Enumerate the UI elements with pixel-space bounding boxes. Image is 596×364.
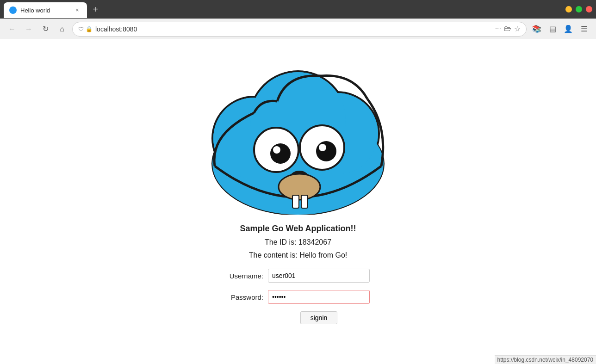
browser-chrome: Hello world × + ← → ↻ ⌂ 🛡 🔒 localhos	[0, 0, 596, 39]
page-content: Sample Go Web Application!! The ID is: 1…	[0, 39, 596, 364]
username-input[interactable]	[268, 269, 370, 283]
title-bar: Hello world × +	[0, 0, 596, 19]
close-button[interactable]	[586, 6, 592, 12]
password-row: Password:	[226, 290, 370, 304]
more-icon: ···	[495, 25, 501, 33]
tab-close-button[interactable]: ×	[73, 6, 81, 14]
window-controls	[565, 6, 592, 12]
address-text: localhost:8080	[95, 25, 492, 33]
username-label: Username:	[226, 272, 263, 280]
svg-point-16	[279, 174, 320, 200]
gopher-svg	[201, 48, 395, 215]
sidebar-icon: ▤	[549, 25, 556, 33]
password-input[interactable]	[268, 290, 370, 304]
minimize-button[interactable]	[565, 6, 572, 12]
sidebar-button[interactable]: ▤	[546, 23, 559, 36]
back-button[interactable]: ←	[6, 23, 19, 36]
forward-button[interactable]: →	[22, 23, 35, 36]
svg-point-12	[316, 141, 336, 161]
status-bar: https://blog.csdn.net/weix/in_48092070	[495, 355, 596, 364]
star-icon: ☆	[514, 25, 521, 33]
username-row: Username:	[226, 269, 370, 283]
address-bar-security: 🛡 🔒	[78, 26, 93, 32]
address-bar[interactable]: 🛡 🔒 localhost:8080 ··· 🗁 ☆	[72, 22, 527, 37]
tab-title: Hello world	[20, 7, 69, 14]
forward-icon: →	[25, 25, 32, 33]
browser-tab[interactable]: Hello world ×	[4, 2, 87, 18]
nav-right-icons: 📚 ▤ 👤 ☰	[530, 23, 590, 36]
account-icon: 👤	[564, 25, 573, 33]
svg-point-10	[270, 143, 291, 164]
password-label: Password:	[226, 293, 263, 301]
svg-rect-18	[301, 195, 308, 208]
svg-rect-17	[292, 195, 299, 208]
library-button[interactable]: 📚	[530, 23, 543, 36]
shield-icon: 🛡	[78, 26, 84, 32]
lock-icon: 🔒	[86, 26, 93, 32]
nav-bar: ← → ↻ ⌂ 🛡 🔒 localhost:8080 ··· 🗁 ☆ 📚	[0, 19, 596, 39]
address-extra-icons: ··· 🗁 ☆	[495, 25, 521, 33]
gopher-illustration	[201, 48, 395, 215]
menu-icon: ☰	[581, 25, 587, 33]
svg-point-11	[273, 146, 280, 154]
login-form: Username: Password: signin	[226, 269, 370, 324]
library-icon: 📚	[532, 25, 541, 33]
id-line: The ID is: 18342067	[265, 238, 331, 247]
home-button[interactable]: ⌂	[56, 23, 68, 36]
maximize-button[interactable]	[576, 6, 582, 12]
account-button[interactable]: 👤	[562, 23, 575, 36]
app-title: Sample Go Web Application!!	[240, 224, 356, 234]
refresh-button[interactable]: ↻	[39, 23, 52, 36]
svg-point-13	[319, 144, 326, 151]
tab-favicon	[9, 6, 17, 14]
signin-button[interactable]: signin	[300, 311, 337, 324]
new-tab-button[interactable]: +	[89, 3, 102, 16]
pocket-icon: 🗁	[504, 25, 511, 33]
content-line: The content is: Hello from Go!	[249, 251, 348, 259]
refresh-icon: ↻	[43, 25, 49, 33]
back-icon: ←	[8, 25, 16, 33]
menu-button[interactable]: ☰	[577, 23, 590, 36]
home-icon: ⌂	[60, 25, 64, 33]
